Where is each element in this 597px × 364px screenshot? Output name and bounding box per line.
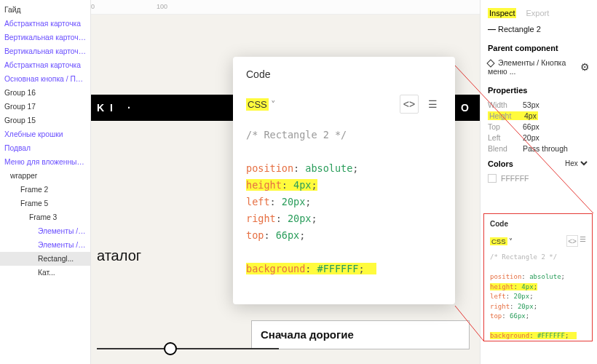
code-menu-button[interactable]: ☰ bbox=[423, 95, 442, 114]
code-menu-button-small[interactable]: ☰ bbox=[580, 235, 586, 247]
code-popup: Code CSS ˅ <> ☰ /* Rectangle 2 */ positi… bbox=[233, 57, 455, 304]
ruler-tick: 100 bbox=[157, 0, 222, 14]
layer-item[interactable]: Frame 2 bbox=[0, 183, 90, 197]
property-row: Width53px bbox=[488, 100, 590, 109]
layer-item[interactable]: Вертикальная карточка bbox=[0, 31, 90, 44]
property-row: BlendPass through bbox=[488, 144, 590, 153]
layer-item[interactable]: Абстрактная карточка bbox=[0, 17, 90, 31]
color-format-select[interactable]: Hex bbox=[562, 159, 590, 168]
code-popup-title: Code bbox=[246, 68, 442, 80]
code-small-content[interactable]: /* Rectangle 2 */ position: absolute; he… bbox=[490, 253, 586, 341]
code-lang-label: CSS bbox=[246, 98, 269, 111]
layer-item[interactable]: Кат... bbox=[0, 266, 90, 280]
tab-inspect[interactable]: Inspect bbox=[488, 8, 516, 18]
section-parent-component: Parent component bbox=[488, 44, 590, 52]
ruler-tick: 0 bbox=[91, 0, 157, 14]
chevron-down-icon: ˅ bbox=[507, 237, 513, 245]
layer-item[interactable]: Основная кнопка / Покой bbox=[0, 72, 90, 86]
slider-knob[interactable] bbox=[164, 342, 177, 355]
property-row: Height4px bbox=[488, 111, 590, 120]
section-properties: Properties bbox=[488, 86, 590, 95]
color-swatch bbox=[488, 174, 497, 183]
code-content[interactable]: /* Rectangle 2 */ position: absolute; he… bbox=[246, 127, 442, 277]
layer-item[interactable]: Элементы / ... bbox=[0, 238, 90, 252]
chevron-down-icon: ˅ bbox=[271, 99, 276, 110]
layers-panel: ГайдАбстрактная карточкаВертикальная кар… bbox=[0, 0, 91, 364]
tab-export[interactable]: Export bbox=[526, 9, 550, 17]
layer-item[interactable]: Хлебные крошки bbox=[0, 127, 90, 141]
code-small-title: Code bbox=[490, 220, 586, 228]
layer-item[interactable]: Гайд bbox=[0, 3, 90, 17]
layer-item[interactable]: Frame 3 bbox=[0, 210, 90, 224]
code-lang-selector[interactable]: CSS ˅ bbox=[246, 99, 276, 110]
layer-item[interactable]: Group 17 bbox=[0, 100, 90, 114]
catalog-heading: аталог bbox=[97, 248, 141, 264]
layer-item[interactable]: wrapper bbox=[0, 169, 90, 183]
ruler-top: 0 100 bbox=[91, 0, 480, 15]
color-row[interactable]: FFFFFF bbox=[488, 174, 590, 183]
selection-name: Rectangle 2 bbox=[488, 25, 590, 33]
layer-item[interactable]: Вертикальная карточка bbox=[0, 44, 90, 58]
inspect-tabs: Inspect Export bbox=[488, 9, 590, 17]
slider-track[interactable] bbox=[97, 348, 279, 349]
property-row: Left20px bbox=[488, 133, 590, 142]
layer-item[interactable]: Group 15 bbox=[0, 114, 90, 127]
layer-item[interactable]: Frame 5 bbox=[0, 197, 90, 210]
parent-component-link[interactable]: Элементы / Кнопка меню ... ⚙ bbox=[488, 58, 590, 76]
code-view-button[interactable]: <> bbox=[400, 95, 419, 114]
section-colors: Colors bbox=[488, 159, 513, 168]
code-small-lang-selector[interactable]: CSS ˅ bbox=[490, 237, 513, 245]
code-comment: /* Rectangle 2 */ bbox=[246, 129, 347, 141]
layer-item[interactable]: Элементы / ... bbox=[0, 224, 90, 238]
header-text-left: KI · bbox=[97, 102, 136, 114]
sort-dropdown[interactable]: Сначала дорогие bbox=[251, 320, 470, 349]
gear-icon[interactable]: ⚙ bbox=[580, 61, 590, 73]
code-panel-small: Code CSS ˅ <> ☰ /* Rectangle 2 */ positi… bbox=[483, 213, 593, 341]
code-view-button-small[interactable]: <> bbox=[566, 235, 578, 247]
property-row: Top66px bbox=[488, 122, 590, 131]
layer-item[interactable]: Абстрактная карточка bbox=[0, 58, 90, 72]
layer-item[interactable]: Group 16 bbox=[0, 86, 90, 100]
layer-item[interactable]: Подвал bbox=[0, 141, 90, 155]
color-value: FFFFFF bbox=[501, 174, 529, 183]
layer-item[interactable]: Rectangl... bbox=[0, 252, 90, 266]
layer-item[interactable]: Меню для вложенных страниц bbox=[0, 155, 90, 169]
